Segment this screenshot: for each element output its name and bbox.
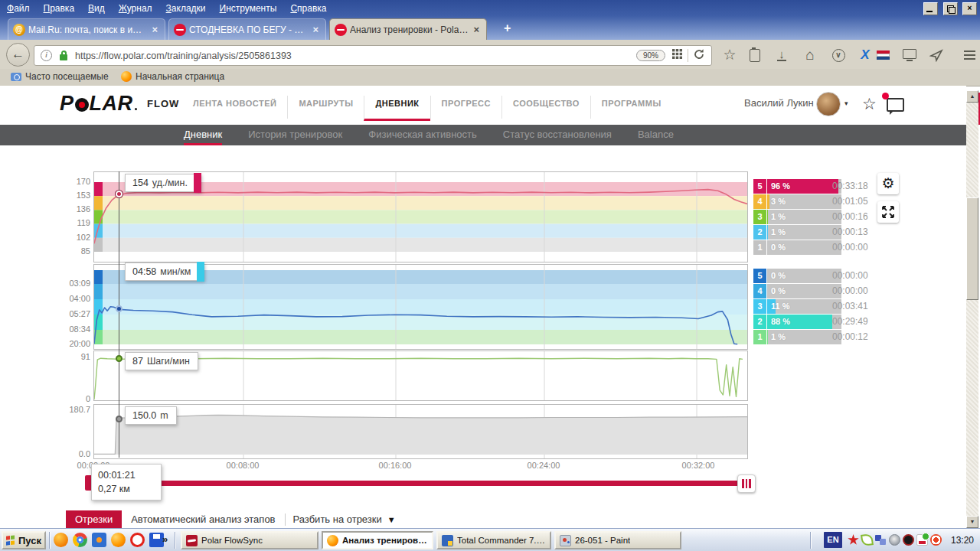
altitude-chart[interactable] [93, 404, 748, 459]
axis-tick-label: 03:09 [47, 278, 90, 289]
split-segments-button[interactable]: Разбить на отрезки▼ [286, 510, 403, 528]
chart-cursor-line[interactable] [119, 171, 119, 458]
clock[interactable]: 13:20 [951, 535, 974, 546]
menu-item[interactable]: Вид [81, 0, 112, 16]
main-nav-item[interactable]: ПРОГРАММЫ [590, 96, 672, 119]
browser-tab[interactable]: Анализ тренировки - Polar F...× [329, 18, 487, 40]
tab-close-button[interactable]: × [471, 24, 482, 35]
home-icon[interactable]: ⌂ [801, 47, 819, 64]
url-bar[interactable]: i https://flow.polar.com/training/analys… [34, 45, 712, 66]
tab-close-button[interactable]: × [149, 24, 160, 35]
restore-button[interactable] [943, 2, 958, 15]
menu-item[interactable]: Закладки [159, 0, 213, 16]
x-plugin-icon[interactable]: X [856, 47, 874, 64]
vertical-scrollbar[interactable]: ▲ ▼ [966, 90, 978, 528]
download-icon[interactable]: ↓ [773, 47, 791, 64]
scroll-up-button[interactable]: ▲ [966, 90, 978, 103]
task-button[interactable]: Total Commander 7.55 r... [436, 531, 551, 549]
monitor-icon[interactable] [900, 47, 919, 64]
main-nav-item[interactable]: ПРОГРЕСС [430, 96, 501, 119]
scrollbar-thumb[interactable] [966, 197, 978, 300]
tray-icons [845, 534, 942, 546]
pace-zones-table: 50 %40 %311 %288 %11 % [753, 269, 841, 345]
tray-shutter-icon[interactable] [903, 534, 914, 546]
axis-tick-label: 180.7 [47, 404, 90, 415]
axis-tick-label: 119 [47, 217, 90, 228]
timeline-right-handle[interactable] [737, 474, 756, 493]
reload-icon[interactable] [693, 48, 705, 64]
browser-tab[interactable]: @Mail.Ru: почта, поиск в инт...× [8, 18, 165, 40]
firefox-quick-launch-icon[interactable] [111, 533, 126, 547]
settings-gear-button[interactable]: ⚙ [877, 173, 899, 194]
shield-quick-launch-icon[interactable] [92, 533, 106, 547]
tray-leaf-icon[interactable] [861, 533, 874, 546]
back-button[interactable]: ← [6, 43, 30, 67]
main-nav-item[interactable]: ДНЕВНИК [364, 96, 430, 121]
netherlands-flag-icon[interactable] [877, 47, 895, 64]
zone-row: 11 % [753, 330, 841, 344]
bottom-tab[interactable]: Отрезки [66, 510, 122, 528]
sub-nav-item[interactable]: История тренировок [248, 125, 342, 143]
quick-launch-overflow[interactable]: » [162, 533, 168, 545]
timeline-range-bar[interactable] [90, 481, 742, 486]
user-menu-caret-icon[interactable]: ▾ [844, 99, 848, 107]
favorites-star-icon[interactable]: ☆ [862, 95, 877, 113]
tray-webcam-icon[interactable] [889, 534, 900, 546]
amigo-quick-launch-icon[interactable] [54, 533, 68, 547]
user-name[interactable]: Василий Лукин [744, 97, 814, 109]
task-button[interactable]: Анализ тренировки - ... [322, 531, 433, 549]
main-nav-item[interactable]: ЛЕНТА НОВОСТЕЙ [182, 96, 287, 119]
dropdown-arrow-icon: ▼ [387, 515, 396, 524]
grid-icon[interactable] [671, 48, 683, 63]
send-icon[interactable] [927, 47, 946, 64]
menu-item[interactable]: Журнал [112, 0, 159, 16]
task-button[interactable]: 26-051 - Paint [554, 531, 681, 549]
bookmark-item[interactable]: Начальная страница [121, 71, 224, 82]
sub-nav-item[interactable]: Balance [638, 125, 674, 143]
scroll-down-button[interactable]: ▼ [966, 516, 978, 528]
close-button[interactable]: × [962, 2, 977, 15]
tab-close-button[interactable]: × [310, 24, 321, 35]
sub-nav-item[interactable]: Физическая активность [368, 125, 477, 143]
tray-sync-icon[interactable] [916, 534, 928, 546]
menu-item[interactable]: Правка [37, 0, 82, 16]
tray-target-icon[interactable] [930, 534, 942, 546]
sub-nav-item[interactable]: Дневник [184, 125, 222, 145]
start-button[interactable]: Пуск [2, 531, 46, 549]
clipboard-icon[interactable] [746, 47, 764, 64]
zone-row: 21 % [753, 225, 841, 240]
pocket-icon[interactable]: ∨ [829, 47, 848, 64]
task-button[interactable]: Polar FlowSync [181, 531, 318, 549]
info-icon[interactable]: i [41, 50, 52, 61]
url-text[interactable]: https://flow.polar.com/training/analysis… [75, 51, 636, 61]
main-nav-item[interactable]: МАРШРУТЫ [287, 96, 364, 119]
zone-bar: 0 % [767, 284, 841, 298]
notifications-chat-icon[interactable] [887, 98, 904, 112]
tab-title: Анализ тренировки - Polar F... [350, 24, 468, 35]
language-indicator[interactable]: EN [824, 532, 842, 548]
sub-nav-item[interactable]: Статус восстановления [503, 125, 612, 143]
chrome-quick-launch-icon[interactable] [73, 533, 87, 547]
fullscreen-expand-button[interactable] [877, 201, 899, 223]
main-nav-item[interactable]: СООБЩЕСТВО [501, 96, 590, 119]
zoom-level-badge[interactable]: 90% [636, 50, 665, 61]
menu-item[interactable]: Инструменты [213, 0, 284, 16]
axis-tick-label: 05:27 [47, 308, 90, 319]
menu-item[interactable]: Файл [0, 0, 37, 16]
polar-logo[interactable]: PLAR [60, 92, 137, 116]
zone-row: 288 % [753, 315, 841, 329]
mailru-icon: @ [13, 24, 25, 36]
bookmark-star-icon[interactable]: ☆ [720, 47, 739, 64]
hamburger-menu-icon[interactable] [960, 47, 978, 64]
tray-starburst-icon[interactable] [848, 534, 859, 546]
minimize-button[interactable] [923, 2, 938, 15]
pace-cursor-dot [116, 305, 122, 312]
bottom-tab[interactable]: Автоматический анализ этапов [122, 510, 284, 528]
avatar[interactable] [816, 92, 841, 116]
tray-puzzle-icon[interactable] [875, 534, 887, 546]
new-tab-button[interactable]: + [498, 21, 517, 35]
bookmark-item[interactable]: Часто посещаемые [11, 71, 109, 82]
browser-tab[interactable]: СТОДНЕВКА ПО БЕГУ - 10. ...× [168, 18, 326, 40]
menu-item[interactable]: Справка [283, 0, 333, 16]
opera-quick-launch-icon[interactable] [130, 533, 145, 547]
